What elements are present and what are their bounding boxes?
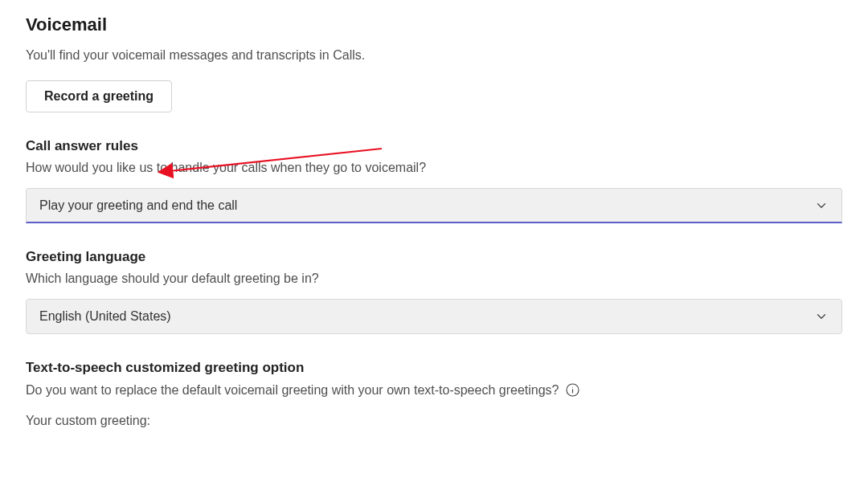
text-to-speech-section: Text-to-speech customized greeting optio… [26, 360, 842, 428]
greeting-language-dropdown[interactable]: English (United States) [26, 299, 842, 334]
record-greeting-button[interactable]: Record a greeting [26, 80, 172, 112]
call-answer-rules-dropdown[interactable]: Play your greeting and end the call [26, 188, 842, 223]
text-to-speech-title: Text-to-speech customized greeting optio… [26, 360, 842, 376]
greeting-language-title: Greeting language [26, 249, 842, 265]
page-title: Voicemail [26, 14, 842, 35]
info-icon [565, 382, 580, 398]
call-answer-rules-description: How would you like us to handle your cal… [26, 161, 842, 175]
greeting-language-description: Which language should your default greet… [26, 271, 842, 286]
call-answer-rules-title: Call answer rules [26, 138, 842, 154]
greeting-language-section: Greeting language Which language should … [26, 249, 842, 334]
page-subtitle: You'll find your voicemail messages and … [26, 48, 842, 63]
call-answer-rules-selected-value: Play your greeting and end the call [39, 198, 237, 213]
chevron-down-icon [814, 309, 829, 324]
svg-point-2 [573, 387, 574, 388]
custom-greeting-label: Your custom greeting: [26, 414, 842, 428]
call-answer-rules-section: Call answer rules How would you like us … [26, 138, 842, 223]
text-to-speech-description: Do you want to replace the default voice… [26, 383, 559, 398]
greeting-language-selected-value: English (United States) [39, 309, 171, 324]
chevron-down-icon [814, 198, 829, 213]
